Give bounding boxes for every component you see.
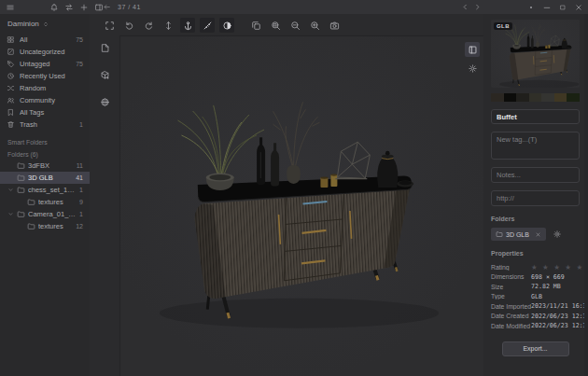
- window-menu-dot-icon[interactable]: [523, 0, 539, 14]
- folder-icon: [27, 222, 35, 230]
- toolbar-tool-button[interactable]: [161, 18, 175, 33]
- asset-navigation: 37 / 41: [101, 0, 141, 14]
- toolbar-tool-button[interactable]: [180, 18, 195, 33]
- sidebar-folder-item[interactable]: chess_set_1k.fbx 1: [0, 184, 90, 196]
- side-tool-button[interactable]: [96, 39, 113, 56]
- side-tool-icon: [100, 70, 110, 80]
- folder-count: 1: [79, 187, 83, 193]
- nav-item-count: 1: [79, 121, 83, 128]
- export-button[interactable]: Export...: [502, 341, 569, 356]
- nav-item-label: Untagged: [20, 60, 71, 68]
- sidebar-folder-item[interactable]: textures 9: [0, 196, 90, 208]
- property-row: Date Modified 2022/06/23 12:31: [491, 321, 580, 331]
- sidebar-nav-item[interactable]: Random: [0, 82, 90, 94]
- next-asset-button[interactable]: [471, 0, 483, 14]
- toolbar-tool-icon: [222, 21, 232, 31]
- folder-icon: [17, 161, 25, 170]
- toolbar-tool-button[interactable]: [268, 18, 283, 33]
- notifications-bell-icon[interactable]: [47, 0, 62, 14]
- toolbar-tool-button[interactable]: [200, 18, 215, 33]
- folder-icon: [27, 198, 35, 206]
- folders-section-label[interactable]: Folders (6): [0, 147, 90, 160]
- panel-toggle-icon[interactable]: [465, 42, 480, 57]
- nav-item-label: All: [20, 35, 71, 44]
- toolbar-tool-button[interactable]: [102, 18, 117, 33]
- folder-name: textures: [38, 222, 73, 230]
- remove-folder-icon[interactable]: [535, 231, 541, 238]
- url-input[interactable]: [491, 190, 580, 206]
- property-row: Date Created 2022/06/23 12:31: [491, 312, 580, 322]
- palette-swatch[interactable]: [541, 93, 554, 102]
- new-tag-input[interactable]: [491, 132, 580, 160]
- sidebar-nav-item[interactable]: Untagged 75: [0, 58, 90, 70]
- property-value: 698 × 669: [531, 273, 565, 281]
- viewer-toolbar: [102, 15, 342, 35]
- nav-item-label: Trash: [20, 120, 75, 129]
- close-button[interactable]: [570, 0, 586, 14]
- folder-chip[interactable]: 3D GLB: [491, 228, 546, 241]
- nav-item-count: 75: [76, 36, 83, 43]
- toolbar-tool-icon: [271, 21, 281, 31]
- palette-swatch[interactable]: [504, 93, 517, 102]
- property-row: Date Imported 2023/11/21 16:32: [491, 301, 580, 312]
- sidebar-nav-item[interactable]: Uncategorized: [0, 46, 90, 58]
- toolbar-tool-button[interactable]: [219, 18, 234, 33]
- toolbar-tool-icon: [203, 21, 213, 31]
- sidebar-folder-item[interactable]: textures 12: [0, 220, 90, 232]
- asset-title-input[interactable]: [491, 109, 580, 124]
- property-value: 2023/11/21 16:32: [531, 302, 588, 310]
- palette-swatch[interactable]: [554, 93, 567, 102]
- minimize-button[interactable]: [539, 0, 554, 14]
- palette-swatch[interactable]: [529, 93, 542, 102]
- sidebar-nav-item[interactable]: Recently Used: [0, 70, 90, 82]
- property-row: Rating ★ ★ ★ ★ ★: [491, 262, 580, 272]
- nav-item-icon: [7, 60, 15, 68]
- sidebar-folder-item[interactable]: 3dFBX 11: [0, 160, 90, 172]
- property-value: 2022/06/23 12:31: [531, 322, 588, 329]
- sidebar-nav-item[interactable]: All Tags: [0, 106, 90, 118]
- toolbar-tool-button[interactable]: [327, 18, 342, 33]
- sidebar-folder-item[interactable]: 3D GLB 41: [0, 172, 90, 184]
- back-arrow-icon[interactable]: [101, 0, 113, 14]
- side-tool-button[interactable]: [96, 93, 113, 110]
- toolbar-tool-icon: [105, 21, 115, 31]
- inspector-scrollbar[interactable]: [584, 14, 588, 376]
- toolbar-tool-button[interactable]: [307, 18, 322, 33]
- sidebar-nav-item[interactable]: Trash 1: [0, 118, 90, 131]
- nav-item-count: 75: [76, 61, 83, 67]
- library-selector[interactable]: Daminion: [0, 14, 90, 34]
- folder-count: 1: [79, 211, 83, 217]
- main-menu-button[interactable]: [3, 0, 18, 14]
- viewport-settings-gear-icon[interactable]: [465, 61, 480, 76]
- add-button[interactable]: [77, 0, 91, 14]
- toolbar-tool-button[interactable]: [248, 18, 263, 33]
- toolbar-tool-button[interactable]: [121, 18, 136, 33]
- expand-caret-icon[interactable]: [7, 211, 14, 217]
- toolbar-tool-button[interactable]: [141, 18, 156, 33]
- toolbar-tool-button[interactable]: [287, 18, 302, 33]
- expand-caret-icon[interactable]: [7, 187, 14, 193]
- chevron-updown-icon: [42, 21, 49, 28]
- side-tool-button[interactable]: [96, 66, 113, 83]
- palette-swatch[interactable]: [516, 93, 529, 102]
- palette-swatch[interactable]: [491, 93, 504, 102]
- property-label: Dimensions: [491, 273, 531, 280]
- sync-icon[interactable]: [62, 0, 77, 14]
- asset-thumbnail[interactable]: GLB: [491, 20, 580, 88]
- maximize-button[interactable]: [554, 0, 570, 14]
- palette-swatch[interactable]: [567, 93, 580, 102]
- 3d-model-buffet[interactable]: [120, 36, 483, 376]
- sidebar-folder-item[interactable]: Camera_01_4k.blend 1: [0, 208, 90, 220]
- 3d-viewport[interactable]: [119, 35, 483, 376]
- sidebar-nav-item[interactable]: Community: [0, 94, 90, 106]
- smart-folders-section-label[interactable]: Smart Folders: [0, 131, 90, 147]
- prev-asset-button[interactable]: [459, 0, 471, 14]
- properties-label: Properties: [491, 250, 580, 257]
- notes-input[interactable]: [491, 167, 580, 183]
- folder-count: 9: [79, 199, 83, 205]
- folder-settings-gear-icon[interactable]: [553, 230, 562, 239]
- property-row: Size 72.82 MB: [491, 282, 580, 292]
- folder-icon: [17, 210, 25, 218]
- toolbar-tool-icon: [163, 21, 174, 31]
- sidebar-nav-item[interactable]: All 75: [0, 34, 90, 46]
